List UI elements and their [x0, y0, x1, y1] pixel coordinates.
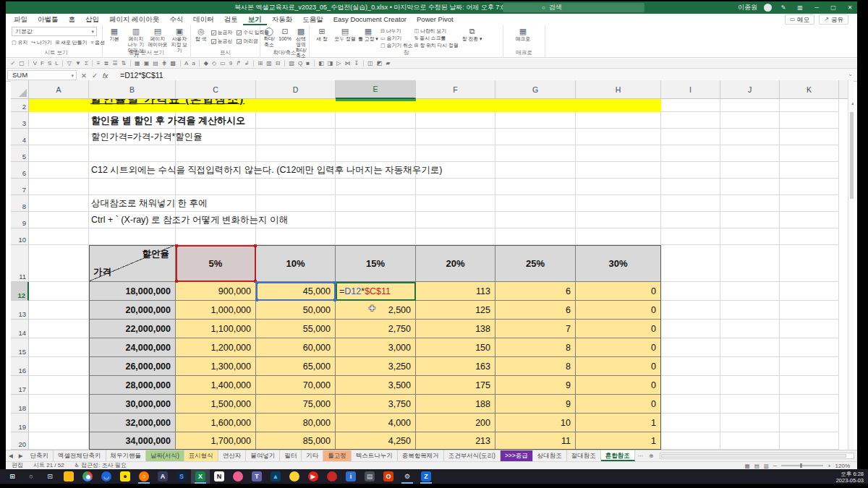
- row-header-6[interactable]: 6: [11, 162, 29, 179]
- row-header-11[interactable]: 11: [11, 245, 29, 282]
- cell-D15[interactable]: 60,000: [256, 338, 336, 357]
- formula-input[interactable]: =D12*$C$11: [120, 70, 163, 80]
- cell-F18[interactable]: 188: [416, 395, 495, 414]
- printer-icon[interactable]: ▤: [360, 469, 379, 484]
- column-header-B[interactable]: B: [89, 80, 176, 99]
- cell-G15[interactable]: 8: [495, 338, 576, 357]
- cell-C20[interactable]: 1,700,000: [176, 432, 256, 450]
- sheet-tab-단축키[interactable]: 단축키: [26, 450, 54, 461]
- cell-G12[interactable]: 6: [495, 282, 576, 301]
- cell-B11-corner[interactable]: 할인율가격: [89, 245, 176, 282]
- cell-D19[interactable]: 80,000: [256, 414, 336, 432]
- cell-D17[interactable]: 70,000: [256, 376, 336, 395]
- cell-C13[interactable]: 1,000,000: [176, 301, 256, 320]
- quick-icon-10[interactable]: Σ: [85, 59, 88, 68]
- quick-icon-31[interactable]: ↲: [244, 59, 250, 68]
- cell-G19[interactable]: 10: [495, 414, 576, 432]
- task-view-icon[interactable]: ⊡: [41, 469, 59, 484]
- row-header-19[interactable]: 19: [11, 414, 29, 432]
- quick-icon-43[interactable]: ▷: [336, 59, 341, 68]
- btn-switch-windows[interactable]: ⧉창 전환 ▾: [460, 27, 485, 42]
- cell-H16[interactable]: 0: [576, 357, 661, 376]
- quick-icon-4[interactable]: F: [41, 59, 44, 68]
- sheet-tab-텍스트나누기[interactable]: 텍스트나누기: [352, 450, 398, 461]
- cell-B4[interactable]: 할인가격=가격-가격*할인율: [91, 129, 203, 145]
- sheet-nav-left-icon[interactable]: ◀: [6, 450, 16, 461]
- column-header-H[interactable]: H: [576, 80, 661, 99]
- minimize-button[interactable]: ─: [812, 4, 822, 11]
- quick-icon-12[interactable]: ≡: [97, 59, 101, 68]
- cell-H17[interactable]: 0: [576, 376, 661, 395]
- quick-icon-18[interactable]: ▣: [144, 59, 150, 68]
- cell-H11[interactable]: 30%: [576, 245, 661, 282]
- quick-icon-20[interactable]: ⋕: [162, 59, 167, 68]
- quick-icon-23[interactable]: A: [184, 59, 188, 68]
- sheet-tab-상대참조[interactable]: 상대참조: [533, 450, 567, 461]
- cancel-entry-icon[interactable]: ✕: [81, 72, 87, 80]
- column-header-F[interactable]: F: [416, 80, 495, 99]
- cell-F14[interactable]: 138: [416, 320, 495, 338]
- row-header-10[interactable]: 10: [11, 228, 29, 245]
- btn-나가기[interactable]: ↪나가기: [31, 39, 51, 46]
- 메모-button[interactable]: ▭메모: [785, 14, 815, 25]
- cell-H14[interactable]: 0: [576, 320, 661, 338]
- cell-D20[interactable]: 85,000: [256, 432, 336, 450]
- scrollbar-thumb[interactable]: [850, 112, 854, 199]
- cell-B9[interactable]: Ctrl + ` (X-ray) 로 참조가 어떻게 변화하는지 이해: [91, 212, 288, 228]
- formula-bar-expand-icon[interactable]: ⌄: [848, 71, 853, 77]
- cell-E13[interactable]: 2,500: [336, 301, 416, 320]
- sheet-tabs-more-icon[interactable]: ⋯: [635, 450, 647, 461]
- cell-C18[interactable]: 1,500,000: [176, 395, 256, 414]
- cell-D14[interactable]: 55,000: [256, 320, 336, 338]
- tab-도움말[interactable]: 도움말: [297, 14, 328, 25]
- btn-숨기기 취소[interactable]: ▢숨기기 취소: [380, 42, 413, 48]
- app-blue-icon[interactable]: i: [341, 469, 360, 484]
- cell-H13[interactable]: 0: [576, 301, 661, 320]
- row-header-18[interactable]: 18: [11, 395, 29, 414]
- cell-C11[interactable]: 5%: [176, 245, 256, 282]
- cell-H18[interactable]: 0: [576, 395, 661, 414]
- cell-E17[interactable]: 3,500: [336, 376, 416, 395]
- quick-icon-8[interactable]: ▽: [67, 59, 72, 68]
- name-box[interactable]: SUM ▾: [7, 70, 77, 80]
- tab-삽입[interactable]: 삽입: [80, 14, 104, 25]
- select-all-corner[interactable]: [11, 80, 29, 99]
- btn-새[interactable]: ⊞새 창: [311, 27, 333, 42]
- cell-C12[interactable]: 900,000: [176, 282, 256, 301]
- cell-G16[interactable]: 8: [495, 357, 576, 376]
- row-header-7[interactable]: 7: [11, 179, 29, 195]
- quick-icon-24[interactable]: a: [192, 59, 195, 68]
- quick-icon-9[interactable]: ▼: [75, 59, 81, 68]
- quick-icon-44[interactable]: ⋈: [344, 59, 350, 68]
- search-box[interactable]: ○검색: [503, 3, 644, 12]
- btn-나누기[interactable]: ⊟나누기: [380, 27, 413, 34]
- row-header-5[interactable]: 5: [11, 145, 29, 162]
- cell-C19[interactable]: 1,600,000: [176, 414, 256, 432]
- sheet-tab-엑셀전체단축키[interactable]: 엑셀전체단축키: [54, 450, 106, 461]
- cell-E20[interactable]: 4,250: [336, 432, 416, 450]
- cell-E14[interactable]: 2,750: [336, 320, 416, 338]
- column-header-K[interactable]: K: [780, 80, 839, 99]
- ink-icon[interactable]: ✎: [778, 4, 788, 11]
- sheet-tab-절대참조[interactable]: 절대참조: [567, 450, 601, 461]
- quick-icon-29[interactable]: 9: [229, 59, 232, 68]
- cell-B19[interactable]: 32,000,000: [89, 414, 176, 432]
- sheet-tab-틀고정[interactable]: 틀고정: [323, 450, 352, 461]
- column-header-I[interactable]: I: [661, 80, 720, 99]
- tab-수식[interactable]: 수식: [164, 14, 188, 25]
- cell-G13[interactable]: 6: [495, 301, 576, 320]
- zoom-slider[interactable]: [781, 465, 823, 466]
- cell-D11[interactable]: 10%: [256, 245, 336, 282]
- combo-dropdown-icon[interactable]: ▾: [91, 27, 94, 35]
- vertical-scrollbar[interactable]: ▴: [848, 80, 854, 450]
- sheet-tab-중복항목제거[interactable]: 중복항목제거: [398, 450, 444, 461]
- tab-보기[interactable]: 보기: [243, 14, 267, 25]
- cell-D13[interactable]: 50,000: [256, 301, 336, 320]
- row-header-14[interactable]: 14: [11, 320, 29, 338]
- sheet-tab->>>중급[interactable]: >>>중급: [501, 450, 533, 461]
- settings-gear-icon[interactable]: ⚙: [398, 469, 417, 484]
- cell-G20[interactable]: 11: [495, 432, 576, 450]
- sheet-nav-right-icon[interactable]: ▶: [16, 450, 26, 461]
- row-header-12[interactable]: 12: [11, 282, 29, 301]
- quick-icon-3[interactable]: V: [33, 59, 37, 68]
